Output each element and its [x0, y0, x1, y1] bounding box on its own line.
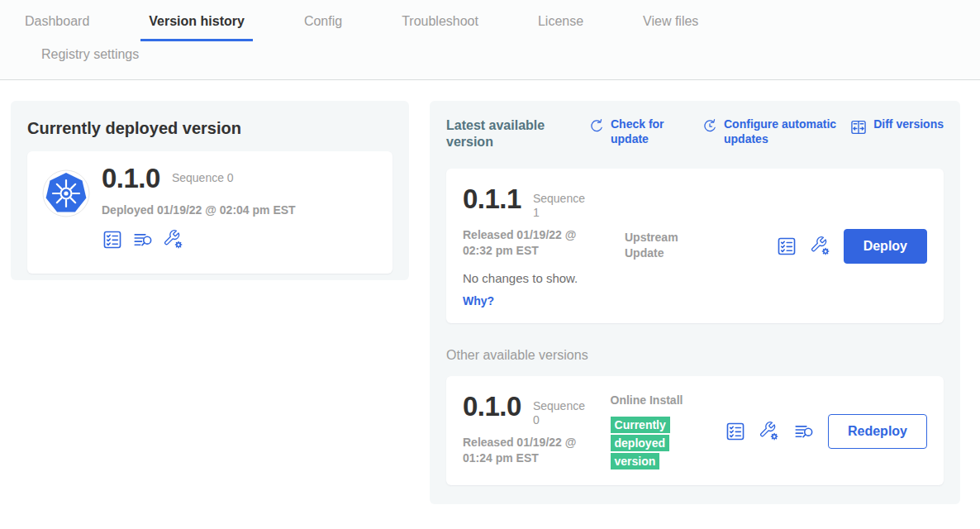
latest-released-date: Released 01/19/22 @ 02:32 pm EST — [463, 227, 605, 259]
currently-deployed-badge: Currently deployed version — [611, 416, 678, 470]
kubernetes-logo-icon — [42, 169, 90, 217]
deploy-button[interactable]: Deploy — [844, 229, 927, 264]
other-version-number: 0.1.0 — [463, 393, 521, 421]
preflight-checks-icon[interactable] — [102, 229, 123, 250]
diff-icon — [849, 118, 868, 136]
check-for-update-link[interactable]: Check for update — [588, 117, 673, 146]
no-changes-note: No changes to show. — [463, 271, 625, 285]
tab-config[interactable]: Config — [296, 14, 350, 41]
preflight-checks-icon[interactable] — [725, 421, 746, 442]
top-navbar: Dashboard Version history Config Trouble… — [0, 0, 980, 80]
other-released-date: Released 01/19/22 @ 01:24 pm EST — [463, 435, 605, 466]
deployed-date: Deployed 01/19/22 @ 02:04 pm EST — [102, 203, 379, 218]
redeploy-button[interactable]: Redeploy — [828, 414, 927, 449]
deploy-logs-icon[interactable] — [792, 421, 816, 442]
deployed-sequence-label: Sequence 0 — [172, 164, 234, 185]
nav-tabs-row-2: Registry settings — [0, 41, 980, 71]
latest-version-number: 0.1.1 — [463, 185, 521, 213]
diff-versions-link[interactable]: Diff versions — [849, 117, 944, 136]
tab-registry-settings[interactable]: Registry settings — [33, 47, 147, 71]
edit-config-icon[interactable] — [759, 421, 780, 442]
deployed-version-card: 0.1.0 Sequence 0 Deployed 01/19/22 @ 02:… — [27, 151, 392, 274]
currently-deployed-panel: Currently deployed version — [11, 101, 409, 280]
other-sequence-label: Sequence 0 — [533, 393, 592, 427]
tab-dashboard[interactable]: Dashboard — [17, 14, 98, 41]
latest-source-label: Upstream Update — [625, 230, 701, 261]
latest-version-card: 0.1.1 Sequence 1 Released 01/19/22 @ 02:… — [446, 169, 944, 323]
tab-version-history[interactable]: Version history — [140, 14, 253, 41]
tab-view-files[interactable]: View files — [635, 14, 706, 41]
edit-config-icon[interactable] — [810, 236, 831, 257]
refresh-icon — [588, 118, 605, 135]
other-available-versions-title: Other available versions — [446, 348, 944, 363]
deploy-logs-icon[interactable] — [131, 229, 155, 250]
currently-deployed-title: Currently deployed version — [27, 119, 392, 138]
main-content: Currently deployed version — [0, 80, 980, 528]
nav-tabs-row-1: Dashboard Version history Config Trouble… — [0, 0, 980, 41]
schedule-refresh-icon — [702, 118, 718, 135]
other-version-card: 0.1.0 Sequence 0 Released 01/19/22 @ 01:… — [446, 376, 944, 485]
tab-license[interactable]: License — [530, 14, 592, 41]
latest-available-panel: Latest available version Check for updat… — [430, 101, 960, 504]
other-source-label: Online Install — [611, 393, 687, 408]
deployed-version-number: 0.1.0 — [102, 164, 160, 193]
preflight-checks-icon[interactable] — [776, 236, 797, 257]
edit-config-icon[interactable] — [163, 229, 184, 250]
why-link[interactable]: Why? — [463, 294, 494, 307]
available-header: Latest available version Check for updat… — [446, 117, 944, 150]
tab-troubleshoot[interactable]: Troubleshoot — [393, 14, 487, 41]
configure-automatic-updates-link[interactable]: Configure automatic updates — [702, 117, 848, 146]
latest-sequence-label: Sequence 1 — [533, 185, 592, 220]
latest-available-title: Latest available version — [446, 117, 560, 150]
